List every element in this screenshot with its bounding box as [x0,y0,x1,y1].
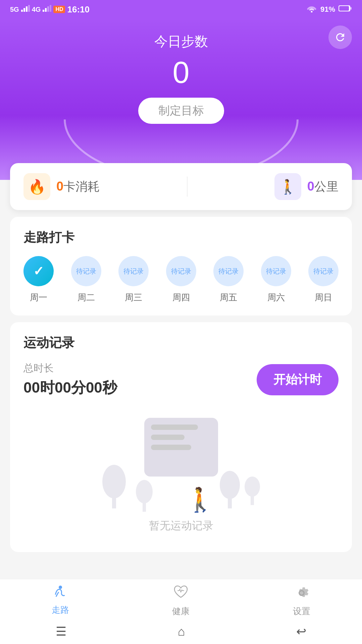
monday-circle: ✓ [23,256,54,286]
health-tab-icon [172,585,189,603]
walking-tab-icon [52,585,69,601]
saturday-label: 周六 [267,292,285,303]
check-icon: ✓ [33,264,44,279]
empty-text: 暂无运动记录 [149,518,213,533]
exercise-header: 总时长 00时00分00秒 开始计时 [23,361,339,398]
tab-walking[interactable]: 走路 [52,585,69,617]
svg-rect-19 [251,494,254,505]
person-icon: 🚶 [186,486,215,513]
exercise-title: 运动记录 [23,334,339,351]
friday-label: 周五 [220,292,237,303]
sunday-text: 待记录 [313,267,333,276]
weekly-row: ✓ 周一 待记录 周二 待记录 周三 待记录 周四 待记录 周五 [23,256,339,303]
saturday-text: 待记录 [266,267,286,276]
day-wednesday[interactable]: 待记录 周三 [118,256,149,303]
network-5g: 5G [10,6,19,13]
walk-icon: 🚶 [279,179,297,195]
day-friday[interactable]: 待记录 周五 [213,256,244,303]
calories-text: 0卡消耗 [56,179,100,195]
total-time-value: 00时00分00秒 [23,378,117,398]
svg-rect-17 [228,496,232,508]
svg-rect-15 [143,500,146,512]
exercise-section: 运动记录 总时长 00时00分00秒 开始计时 [10,322,352,552]
wifi-icon [306,4,317,14]
tab-settings[interactable]: 设置 [293,585,310,617]
svg-point-20 [59,586,62,589]
svg-point-12 [102,465,126,498]
illustration: 🚶 [81,414,282,515]
svg-rect-1 [23,8,25,12]
svg-rect-2 [26,6,28,12]
svg-rect-10 [350,7,352,10]
status-bar: 5G 4G HD 16:10 91% [0,0,362,19]
hero-section: 今日步数 0 制定目标 [0,19,362,180]
steps-count: 0 [172,57,189,88]
day-thursday[interactable]: 待记录 周四 [166,256,196,303]
menu-nav-button[interactable]: ☰ [56,625,66,639]
monday-label: 周一 [30,292,47,303]
tab-bar: 走路 健康 设置 ☰ ⌂ ↩ [0,579,362,644]
svg-rect-3 [28,5,30,12]
walk-icon-wrap: 🚶 [274,173,301,200]
svg-point-14 [136,480,153,503]
battery-percent: 91% [320,5,335,14]
tree-left-icon [101,461,127,508]
tuesday-text: 待记录 [76,267,96,276]
battery-icon [339,5,352,14]
steps-title: 今日步数 [154,32,208,51]
svg-point-16 [220,471,240,499]
fire-icon: 🔥 [28,179,46,195]
day-monday[interactable]: ✓ 周一 [23,256,54,303]
refresh-button[interactable] [328,26,352,49]
empty-state: 🚶 暂无运动记录 [23,401,339,540]
saturday-circle: 待记录 [261,256,291,286]
tab-settings-label: 设置 [293,605,310,617]
back-nav-button[interactable]: ↩ [296,625,306,639]
tabs-row: 走路 健康 设置 [0,579,362,621]
tree-small-right-icon [243,475,262,505]
svg-rect-0 [21,10,23,12]
total-time-block: 总时长 00时00分00秒 [23,361,117,398]
signal-icon-1 [21,5,30,14]
tree-small-left-icon [134,478,154,512]
wednesday-label: 周三 [125,292,142,303]
wednesday-circle: 待记录 [118,256,149,286]
signal-icon-2 [43,5,51,14]
svg-point-18 [245,477,260,497]
day-sunday[interactable]: 待记录 周日 [308,256,339,303]
stat-divider [187,177,188,197]
tab-walking-label: 走路 [52,604,69,616]
network-4g: 4G [32,6,41,13]
svg-rect-13 [112,495,116,508]
tuesday-circle: 待记录 [71,256,101,286]
empty-doc-card [144,418,218,477]
svg-rect-5 [45,8,47,12]
tab-health-label: 健康 [172,605,190,617]
day-tuesday[interactable]: 待记录 周二 [71,256,101,303]
tree-right-icon [218,468,242,508]
total-label: 总时长 [23,361,117,375]
tab-health[interactable]: 健康 [172,585,190,617]
friday-text: 待记录 [218,267,239,276]
distance-text: 0公里 [307,179,339,195]
svg-rect-6 [47,6,49,12]
hd-badge: HD [53,6,65,13]
distance-stat: 🚶 0公里 [274,173,339,200]
sunday-circle: 待记录 [308,256,339,286]
status-left: 5G 4G HD 16:10 [10,4,90,15]
svg-rect-4 [43,10,44,12]
thursday-label: 周四 [172,292,190,303]
tuesday-label: 周二 [77,292,95,303]
home-nav-button[interactable]: ⌂ [178,625,185,639]
nav-bar: ☰ ⌂ ↩ [0,621,362,644]
day-saturday[interactable]: 待记录 周六 [261,256,291,303]
thursday-circle: 待记录 [166,256,196,286]
time-display: 16:10 [67,4,90,15]
status-right: 91% [306,4,352,14]
svg-rect-11 [339,6,349,11]
start-timer-button[interactable]: 开始计时 [257,364,339,395]
checkin-section: 走路打卡 ✓ 周一 待记录 周二 待记录 周三 待记录 周四 [10,217,352,315]
svg-point-8 [311,11,312,13]
svg-rect-7 [50,5,51,12]
thursday-text: 待记录 [171,267,191,276]
